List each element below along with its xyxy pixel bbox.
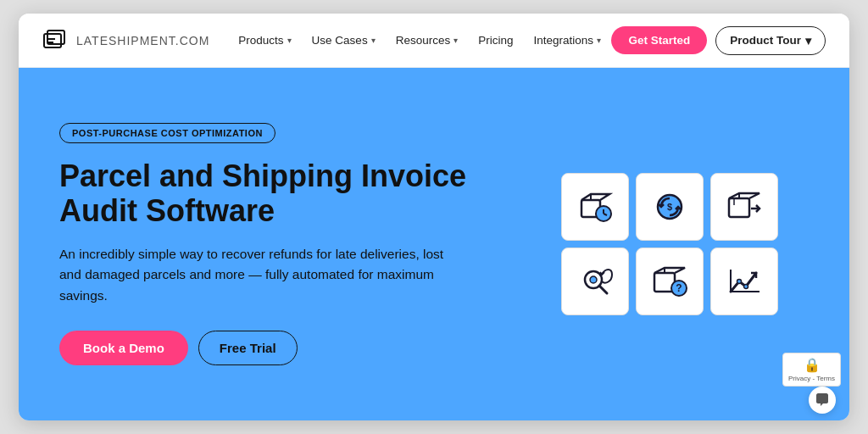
product-tour-button[interactable]: Product Tour ▾ (715, 26, 826, 55)
icon-grid: $ (561, 173, 778, 315)
product-tour-chevron-icon: ▾ (805, 34, 811, 47)
logo-icon (42, 27, 70, 54)
money-cycle-icon-cell: $ (636, 173, 704, 241)
privacy-badge: 🔒 Privacy - Terms (782, 353, 841, 387)
hero-badge: POST-PURCHASE COST OPTIMIZATION (59, 123, 275, 143)
hero-title: Parcel and Shipping Invoice Audit Softwa… (59, 159, 534, 229)
search-cycle-icon-cell (561, 248, 629, 315)
parcel-clock-icon-cell (561, 173, 629, 241)
logo-text: LATESHIPMENT.COM (76, 34, 209, 47)
parcel-question-icon-cell: ? (636, 248, 704, 315)
parcel-question-icon: ? (649, 261, 690, 302)
use-cases-chevron-icon: ▾ (371, 36, 376, 45)
hero-description: An incredibly simple way to recover refu… (59, 244, 466, 307)
logo-light: .COM (175, 34, 210, 47)
integrations-chevron-icon: ▾ (597, 36, 601, 45)
hero-section: POST-PURCHASE COST OPTIMIZATION Parcel a… (19, 68, 849, 420)
money-cycle-icon: $ (649, 186, 690, 227)
search-cycle-icon (575, 261, 615, 302)
svg-text:?: ? (676, 282, 682, 294)
nav-use-cases[interactable]: Use Cases ▾ (303, 29, 384, 52)
svg-point-16 (590, 276, 597, 283)
hero-buttons: Book a Demo Free Trial (59, 331, 534, 365)
get-started-button[interactable]: Get Started (611, 26, 707, 54)
resources-chevron-icon: ▾ (453, 36, 458, 45)
svg-rect-11 (729, 198, 749, 217)
svg-point-24 (744, 285, 748, 289)
browser-window: LATESHIPMENT.COM Products ▾ Use Cases ▾ … (19, 14, 849, 420)
parcel-clock-icon (575, 186, 615, 227)
recaptcha-icon: 🔒 (804, 357, 821, 373)
nav-integrations[interactable]: Integrations ▾ (525, 29, 609, 52)
logo[interactable]: LATESHIPMENT.COM (42, 27, 209, 54)
nav-products[interactable]: Products ▾ (230, 29, 299, 52)
nav-actions: Get Started Product Tour ▾ (611, 26, 826, 55)
parcel-arrow-icon (724, 186, 765, 227)
chart-icon-cell (710, 248, 778, 315)
book-demo-button[interactable]: Book a Demo (59, 331, 188, 365)
navbar: LATESHIPMENT.COM Products ▾ Use Cases ▾ … (19, 14, 849, 68)
chart-icon (724, 261, 765, 302)
svg-point-23 (737, 280, 742, 284)
chat-bubble-button[interactable] (809, 387, 836, 414)
hero-content: POST-PURCHASE COST OPTIMIZATION Parcel a… (59, 98, 534, 390)
chat-icon (815, 392, 830, 408)
nav-resources[interactable]: Resources ▾ (387, 29, 467, 52)
svg-line-15 (599, 286, 607, 293)
nav-pricing[interactable]: Pricing (470, 29, 521, 52)
free-trial-button[interactable]: Free Trial (198, 331, 298, 365)
products-chevron-icon: ▾ (287, 36, 292, 45)
parcel-arrow-icon-cell (710, 173, 778, 241)
logo-bold: LATESHIPMENT (76, 34, 175, 47)
nav-items: Products ▾ Use Cases ▾ Resources ▾ Prici… (230, 29, 611, 52)
svg-text:$: $ (667, 202, 672, 212)
hero-icons: $ (534, 98, 778, 390)
